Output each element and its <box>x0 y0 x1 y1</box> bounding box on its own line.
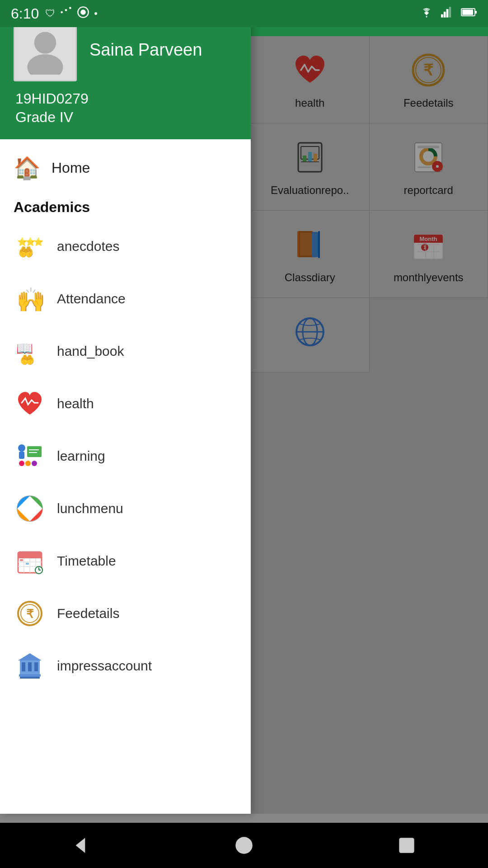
svg-rect-5 <box>441 14 443 18</box>
menu-item-lunchmenu[interactable]: lunchmenu <box>0 482 251 535</box>
learning-icon <box>14 440 46 472</box>
svg-point-2 <box>69 7 71 9</box>
svg-text:🙌: 🙌 <box>16 286 44 313</box>
svg-rect-10 <box>462 9 473 15</box>
health-menu-label: health <box>57 396 94 411</box>
menu-item-impressaccount[interactable]: impressaccount <box>0 640 251 692</box>
impressaccount-icon <box>14 650 46 682</box>
svg-point-65 <box>32 461 37 466</box>
svg-marker-90 <box>76 838 85 853</box>
status-icons: 🛡 • <box>45 6 98 21</box>
menu-item-handbook[interactable]: 📖 🤲 hand_book <box>0 325 251 377</box>
status-right <box>419 7 477 20</box>
lunchmenu-icon <box>14 492 46 525</box>
svg-marker-83 <box>18 653 42 660</box>
recent-apps-button[interactable] <box>389 827 425 863</box>
drawer-overlay[interactable] <box>251 0 488 814</box>
status-bar: 6:10 🛡 • <box>0 0 488 27</box>
lunchmenu-label: lunchmenu <box>57 501 123 516</box>
battery-icon <box>461 7 477 20</box>
home-label: Home <box>52 160 90 176</box>
svg-point-64 <box>25 461 31 466</box>
shield-icon: 🛡 <box>45 8 55 19</box>
svg-rect-8 <box>449 7 451 17</box>
svg-point-49 <box>34 32 56 53</box>
svg-rect-88 <box>19 674 41 677</box>
profile-row: Saina Parveen <box>14 18 237 81</box>
svg-text:⭐: ⭐ <box>33 237 44 247</box>
health-menu-icon <box>14 387 46 420</box>
svg-point-1 <box>65 9 67 11</box>
svg-point-58 <box>18 444 25 452</box>
svg-rect-69 <box>18 556 42 558</box>
svg-text:🤲: 🤲 <box>18 245 34 259</box>
signal-dots-icon <box>60 6 72 21</box>
circle-emblem-icon <box>77 6 89 21</box>
svg-rect-60 <box>27 446 42 457</box>
handbook-label: hand_book <box>57 344 124 359</box>
home-icon: 🏠 <box>14 156 41 181</box>
svg-point-91 <box>235 837 253 854</box>
learning-label: learning <box>57 448 105 464</box>
svg-point-4 <box>80 9 86 15</box>
timetable-label: Timetable <box>57 553 116 569</box>
status-time: 6:10 <box>11 5 39 22</box>
navigation-drawer: Saina Parveen 19HID0279 Grade IV 🏠 Home … <box>0 0 251 814</box>
menu-item-attendance[interactable]: 🙌 Attendance <box>0 273 251 325</box>
student-id: 19HID0279 <box>15 89 237 109</box>
svg-text:🤲: 🤲 <box>20 353 35 366</box>
svg-rect-85 <box>22 662 25 671</box>
svg-point-0 <box>61 11 63 14</box>
bottom-nav <box>0 823 488 868</box>
svg-rect-59 <box>19 452 24 459</box>
menu-item-feedetails[interactable]: ₹ Feedetails <box>0 587 251 640</box>
menu-item-anecdotes[interactable]: ⭐ ⭐ ⭐ 🤲 anecdotes <box>0 220 251 273</box>
dot-icon: • <box>94 8 98 19</box>
feedetails-menu-label: Feedetails <box>57 606 119 621</box>
handbook-icon: 📖 🤲 <box>14 335 46 368</box>
menu-item-health[interactable]: health <box>0 377 251 430</box>
attendance-icon: 🙌 <box>14 283 46 315</box>
svg-rect-92 <box>399 838 414 853</box>
svg-rect-75 <box>20 559 23 561</box>
status-left: 6:10 🛡 • <box>11 5 98 22</box>
menu-item-timetable[interactable]: Timetable <box>0 535 251 587</box>
anecdotes-label: anecdotes <box>57 239 119 254</box>
signal-icon <box>441 7 454 20</box>
menu-item-home[interactable]: 🏠 Home <box>0 144 251 193</box>
attendance-label: Attendance <box>57 291 126 307</box>
svg-point-63 <box>19 461 24 466</box>
svg-rect-6 <box>444 12 446 18</box>
student-grade: Grade IV <box>15 109 237 126</box>
wifi-icon <box>419 7 434 20</box>
home-button[interactable] <box>226 827 262 863</box>
svg-rect-76 <box>26 563 29 565</box>
back-button[interactable] <box>63 827 99 863</box>
user-name: Saina Parveen <box>89 40 202 60</box>
svg-rect-86 <box>28 662 32 671</box>
impressaccount-label: impressaccount <box>57 658 152 674</box>
user-info: 19HID0279 Grade IV <box>14 89 237 126</box>
avatar <box>14 18 77 81</box>
timetable-icon <box>14 545 46 577</box>
anecdotes-icon: ⭐ ⭐ ⭐ 🤲 <box>14 230 46 263</box>
drawer-menu: 🏠 Home Academics ⭐ ⭐ ⭐ 🤲 anecdotes 🙌 <box>0 139 251 814</box>
svg-rect-87 <box>34 662 38 671</box>
svg-rect-7 <box>446 9 449 18</box>
svg-rect-89 <box>20 677 40 679</box>
feedetails-menu-icon: ₹ <box>14 597 46 630</box>
menu-item-learning[interactable]: learning <box>0 430 251 482</box>
svg-text:₹: ₹ <box>26 607 34 621</box>
svg-rect-11 <box>475 11 477 14</box>
svg-point-50 <box>27 54 63 75</box>
section-title-academics: Academics <box>0 193 251 220</box>
